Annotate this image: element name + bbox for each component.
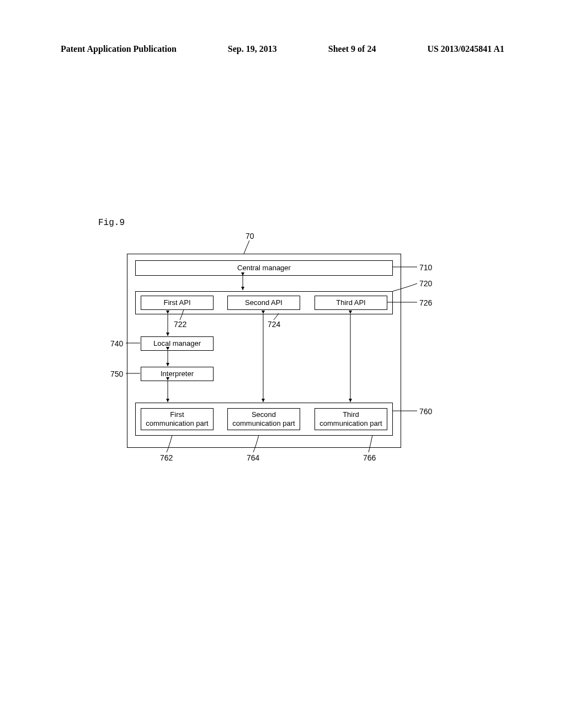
ref-720: 720 [419, 279, 432, 288]
page-header: Patent Application Publication Sep. 19, … [0, 44, 565, 54]
date-label: Sep. 19, 2013 [228, 44, 277, 54]
pubnum-label: US 2013/0245841 A1 [427, 44, 504, 54]
ref-740: 740 [110, 339, 123, 348]
diagram-container: 70 Central manager 710 720 First API Sec… [66, 232, 463, 469]
ref-724: 724 [268, 320, 280, 329]
second-comm-box: Second communication part [227, 408, 300, 430]
ref-762: 762 [160, 453, 173, 462]
figure-number: Fig.9 [98, 218, 125, 228]
ref-722: 722 [174, 320, 186, 329]
first-api-box: First API [141, 296, 214, 310]
ref-760: 760 [419, 407, 432, 416]
ref-710: 710 [419, 263, 432, 272]
third-api-box: Third API [315, 296, 387, 310]
local-manager-box: Local manager [141, 336, 214, 351]
second-api-box: Second API [227, 296, 300, 310]
ref-766: 766 [363, 453, 376, 462]
ref-750: 750 [110, 370, 123, 378]
ref-764: 764 [247, 453, 259, 462]
sheet-label: Sheet 9 of 24 [328, 44, 376, 54]
ref-70: 70 [246, 232, 254, 240]
first-comm-box: First communication part [141, 408, 214, 430]
central-manager-box: Central manager [135, 260, 393, 276]
publication-label: Patent Application Publication [61, 44, 177, 54]
interpreter-box: Interpreter [141, 367, 214, 381]
ref-726: 726 [419, 298, 432, 307]
third-comm-box: Third communication part [315, 408, 387, 430]
